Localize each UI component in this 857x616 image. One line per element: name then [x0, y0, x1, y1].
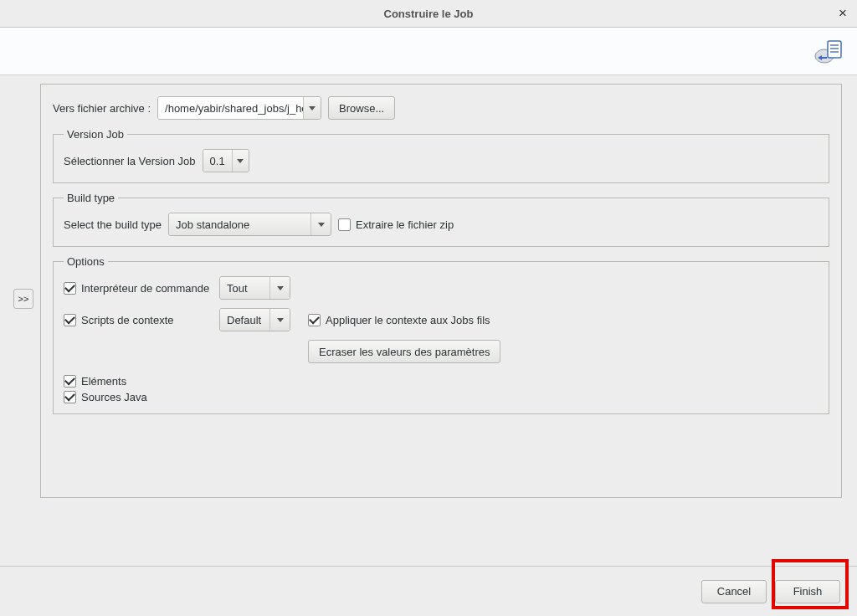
- apply-context-label: Appliquer le contexte aux Jobs fils: [326, 314, 490, 326]
- context-scripts-checkbox[interactable]: Scripts de contexte: [64, 314, 214, 326]
- close-icon[interactable]: ×: [839, 5, 847, 22]
- window-title: Construire le Job: [384, 8, 474, 20]
- buildtype-fieldset: Build type Select the build type Job sta…: [53, 192, 829, 247]
- version-legend: Version Job: [64, 128, 127, 141]
- archive-row: Vers fichier archive : /home/yabir/share…: [53, 96, 829, 120]
- browse-button[interactable]: Browse...: [328, 96, 395, 120]
- checkbox-icon: [64, 282, 76, 295]
- dialog-footer: Cancel Finish: [0, 566, 857, 616]
- chevron-down-icon: [269, 277, 290, 299]
- version-select-label: Sélectionner la Version Job: [64, 155, 196, 167]
- checkbox-icon: [308, 314, 321, 326]
- cancel-button-label: Cancel: [717, 585, 751, 598]
- elements-checkbox[interactable]: Eléments: [64, 375, 126, 388]
- checkbox-icon: [64, 375, 76, 388]
- buildtype-value: Job standalone: [169, 213, 310, 235]
- checkbox-icon: [64, 314, 76, 326]
- chevron-down-icon: [303, 97, 321, 119]
- buildtype-legend: Build type: [64, 192, 118, 204]
- chevron-down-icon: [310, 213, 331, 235]
- chevron-right-icon: >>: [18, 294, 29, 304]
- context-scripts-label: Scripts de contexte: [81, 314, 174, 326]
- context-scripts-value: Default: [220, 309, 269, 331]
- body-area: >> Vers fichier archive : /home/yabir/sh…: [0, 75, 857, 616]
- shell-interp-checkbox[interactable]: Interpréteur de commande: [64, 282, 214, 295]
- chevron-down-icon: [269, 309, 290, 331]
- chevron-down-icon: [232, 150, 249, 172]
- browse-button-label: Browse...: [339, 102, 384, 115]
- buildtype-select-label: Select the build type: [64, 218, 162, 231]
- options-legend: Options: [64, 255, 108, 268]
- dialog-window: Construire le Job × >> Vers fichier arch…: [0, 0, 857, 616]
- override-params-label: Ecraser les valeurs des paramètres: [319, 346, 490, 358]
- build-job-icon: [814, 36, 844, 66]
- shell-interp-combo[interactable]: Tout: [219, 276, 290, 300]
- shell-interp-label: Interpréteur de commande: [81, 282, 209, 295]
- version-combo[interactable]: 0.1: [203, 149, 249, 172]
- extract-zip-label: Extraire le fichier zip: [356, 218, 454, 231]
- main-panel: Vers fichier archive : /home/yabir/share…: [40, 84, 842, 498]
- elements-label: Eléments: [81, 375, 126, 388]
- archive-label: Vers fichier archive :: [53, 102, 151, 115]
- checkbox-icon: [338, 218, 351, 231]
- context-scripts-combo[interactable]: Default: [219, 308, 290, 331]
- cancel-button[interactable]: Cancel: [701, 580, 767, 603]
- extract-zip-checkbox[interactable]: Extraire le fichier zip: [338, 218, 454, 231]
- shell-interp-value: Tout: [220, 277, 269, 299]
- archive-path-combo[interactable]: /home/yabir/shared_jobs/j_hell: [157, 96, 321, 120]
- override-params-button[interactable]: Ecraser les valeurs des paramètres: [308, 340, 500, 363]
- options-fieldset: Options Interpréteur de commande Tout Sc…: [53, 255, 829, 414]
- titlebar: Construire le Job ×: [0, 0, 857, 28]
- checkbox-icon: [64, 391, 76, 403]
- expand-sidebar-button[interactable]: >>: [13, 289, 33, 309]
- archive-path-value: /home/yabir/shared_jobs/j_hell: [158, 97, 303, 119]
- header-banner: [0, 28, 857, 75]
- version-fieldset: Version Job Sélectionner la Version Job …: [53, 128, 829, 183]
- finish-button-label: Finish: [793, 585, 823, 598]
- finish-button[interactable]: Finish: [775, 580, 840, 603]
- buildtype-combo[interactable]: Job standalone: [168, 213, 331, 236]
- apply-context-checkbox[interactable]: Appliquer le contexte aux Jobs fils: [308, 314, 819, 326]
- java-sources-checkbox[interactable]: Sources Java: [64, 391, 147, 403]
- svg-rect-1: [828, 41, 841, 58]
- java-sources-label: Sources Java: [81, 391, 147, 403]
- version-value: 0.1: [203, 150, 232, 172]
